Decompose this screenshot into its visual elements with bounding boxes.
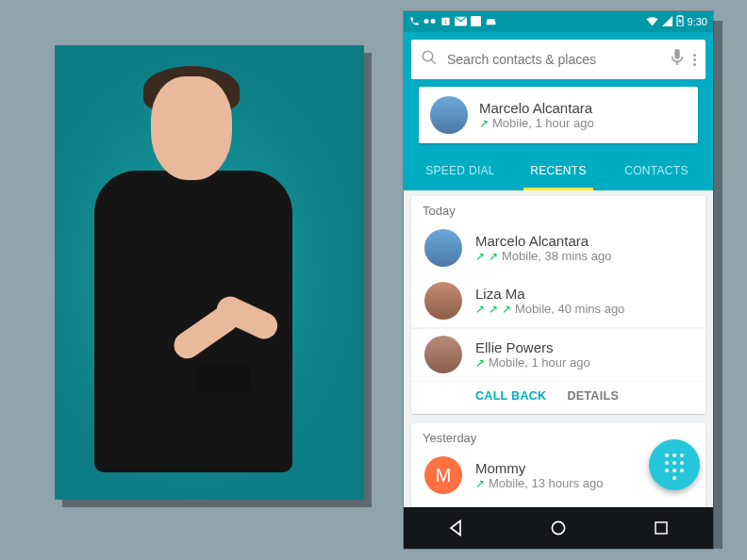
outgoing-icon: ↗ — [489, 303, 498, 316]
search-input[interactable] — [447, 52, 661, 67]
search-bar[interactable] — [411, 40, 706, 79]
row-actions: CALL BACK DETAILS — [411, 382, 706, 414]
section-header-today: Today — [411, 196, 706, 222]
svg-text:1: 1 — [444, 19, 447, 25]
tab-speed-dial[interactable]: SPEED DIAL — [411, 151, 509, 190]
callback-button[interactable]: CALL BACK — [475, 389, 546, 403]
presenter-panel — [55, 45, 364, 500]
battery-icon — [676, 15, 684, 28]
svg-point-1 — [431, 19, 436, 24]
hero-recent-card[interactable]: Marcelo Alcantara ↗ Mobile, 1 hour ago — [419, 87, 698, 143]
call-sub: ↗ ↗ Mobile, 38 mins ago — [475, 249, 692, 263]
call-sub: ↗ Mobile, 1 hour ago — [475, 355, 692, 370]
nav-bar — [404, 507, 713, 549]
call-sub: ↗ ↗ ↗ Mobile, 40 mins ago — [475, 302, 692, 316]
svg-rect-13 — [656, 522, 667, 534]
avatar-letter: M — [424, 456, 462, 494]
call-row-expanded[interactable]: Ellie Powers ↗ Mobile, 1 hour ago — [411, 327, 706, 382]
phone-frame: 1 9:30 — [404, 11, 713, 549]
tab-contacts[interactable]: CONTACTS — [607, 151, 706, 190]
search-icon — [421, 49, 438, 70]
svg-line-9 — [431, 59, 436, 64]
details-button[interactable]: DETAILS — [567, 389, 619, 403]
svg-point-0 — [424, 19, 429, 24]
status-right: 9:30 — [646, 15, 707, 28]
hero-name: Marcelo Alcantara — [479, 100, 687, 116]
phone-icon — [409, 16, 420, 28]
nav-recent[interactable] — [651, 518, 672, 538]
voice-icon — [423, 16, 437, 28]
avatar — [424, 336, 462, 373]
dialpad-fab[interactable] — [649, 439, 700, 490]
outgoing-icon: ↗ — [475, 356, 485, 370]
outgoing-icon: ↗ — [475, 477, 485, 490]
svg-rect-7 — [678, 15, 680, 16]
svg-rect-10 — [674, 49, 679, 59]
status-time: 9:30 — [688, 16, 707, 27]
nav-home[interactable] — [548, 518, 569, 538]
svg-point-8 — [423, 51, 433, 61]
hero-sub: ↗ Mobile, 1 hour ago — [479, 116, 687, 130]
presenter-head — [151, 76, 232, 180]
avatar — [430, 96, 468, 134]
mail-icon — [455, 16, 467, 28]
outgoing-icon: ↗ — [475, 303, 485, 316]
phone-app-header: Marcelo Alcantara ↗ Mobile, 1 hour ago S… — [404, 32, 713, 190]
outgoing-icon: ↗ — [502, 303, 511, 316]
svg-rect-5 — [471, 16, 481, 26]
wifi-icon — [646, 16, 658, 28]
section-today: Today Marcelo Alcantara ↗ ↗ Mobile, 38 m… — [411, 196, 706, 414]
outgoing-icon: ↗ — [479, 117, 489, 130]
call-name: Liza Ma — [475, 286, 692, 302]
tabs: SPEED DIAL RECENTS CONTACTS — [411, 151, 706, 190]
gplus-icon — [471, 16, 481, 28]
call-name: Marcelo Alcantara — [475, 233, 692, 249]
calendar-icon: 1 — [440, 16, 451, 28]
outgoing-icon: ↗ — [475, 250, 485, 263]
presenter-phone — [196, 366, 251, 392]
overflow-icon[interactable] — [693, 54, 696, 66]
car-icon — [485, 16, 497, 28]
tab-recents[interactable]: RECENTS — [509, 151, 607, 190]
signal-icon — [662, 16, 672, 28]
nav-back[interactable] — [445, 518, 466, 538]
call-name: Ellie Powers — [475, 339, 692, 355]
call-row[interactable]: Marcelo Alcantara ↗ ↗ Mobile, 38 mins ag… — [411, 222, 706, 274]
mic-icon[interactable] — [671, 49, 684, 70]
status-left: 1 — [409, 16, 497, 28]
outgoing-icon: ↗ — [489, 250, 498, 263]
avatar — [424, 282, 462, 320]
status-bar: 1 9:30 — [404, 11, 713, 32]
avatar — [424, 229, 462, 267]
dialpad-icon — [663, 453, 686, 476]
svg-point-12 — [552, 521, 564, 534]
call-row[interactable]: Liza Ma ↗ ↗ ↗ Mobile, 40 mins ago — [411, 274, 706, 327]
